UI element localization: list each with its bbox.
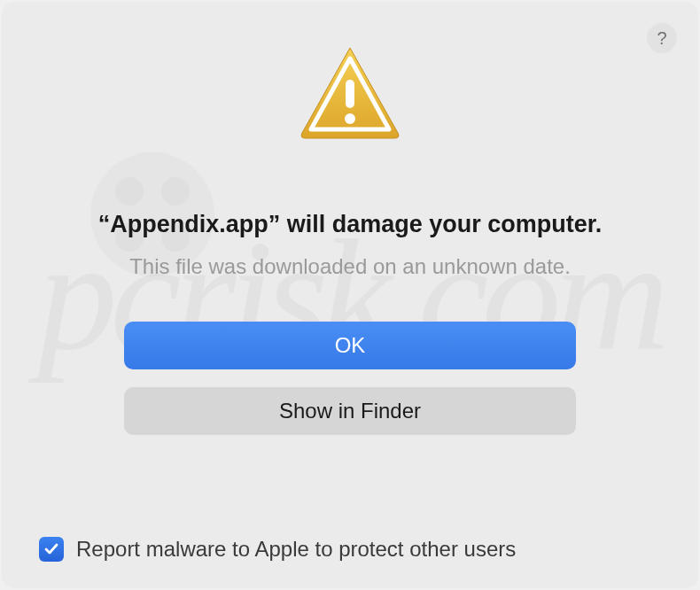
checkmark-icon: [43, 540, 60, 558]
warning-icon: [297, 44, 403, 142]
report-checkbox[interactable]: [39, 537, 64, 562]
dialog-content: “Appendix.app” will damage your computer…: [28, 28, 672, 435]
dialog-title: “Appendix.app” will damage your computer…: [98, 211, 603, 238]
button-container: OK Show in Finder: [124, 322, 576, 435]
ok-button[interactable]: OK: [124, 322, 576, 369]
report-checkbox-row: Report malware to Apple to protect other…: [39, 537, 516, 562]
dialog-subtitle: This file was downloaded on an unknown d…: [129, 254, 571, 279]
svg-rect-0: [346, 80, 354, 108]
report-checkbox-label: Report malware to Apple to protect other…: [76, 537, 516, 562]
svg-point-1: [345, 113, 355, 124]
alert-dialog: pcrisk.com ? “Appendix.app” will damage …: [2, 2, 698, 588]
show-in-finder-button[interactable]: Show in Finder: [124, 387, 576, 435]
